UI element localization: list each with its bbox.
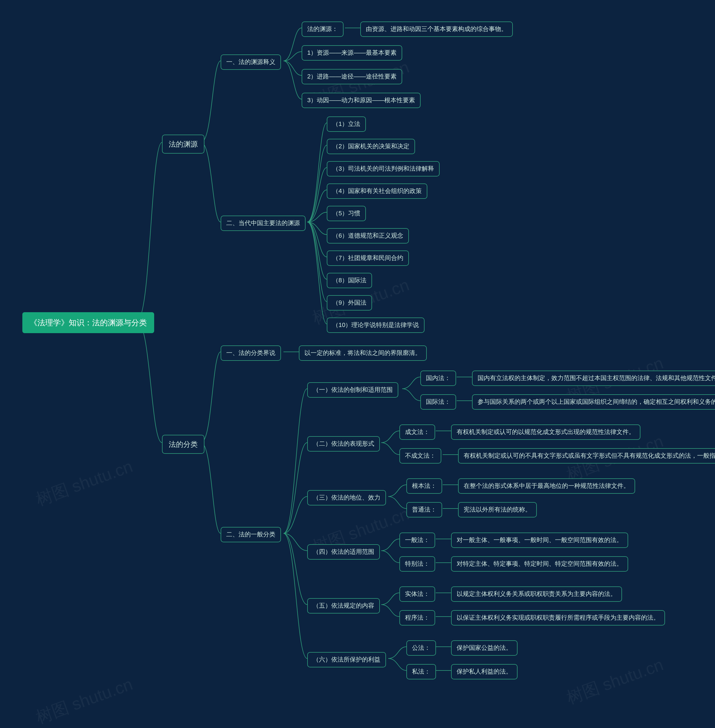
node-b1-1[interactable]: 一、法的渊源释义 (221, 54, 281, 70)
node-b2-2-6ad[interactable]: 保护国家公益的法。 (451, 640, 517, 656)
node-b1-2-7[interactable]: （7）社团规章和民间合约 (327, 250, 409, 266)
node-b1-1-1d[interactable]: 由资源、进路和动因三个基本要素构成的综合事物。 (360, 21, 513, 37)
node-b2-2-3a[interactable]: 根本法： (406, 478, 442, 494)
node-b2-2-5a[interactable]: 实体法： (400, 586, 435, 602)
node-b1-2-10[interactable]: （10）理论学说特别是法律学说 (327, 318, 424, 333)
watermark: 树图 shutu.cn (33, 455, 136, 511)
node-b2-2-1[interactable]: （一）依法的创制和适用范围 (307, 382, 398, 398)
node-b2-2-4b[interactable]: 特别法： (400, 556, 435, 571)
node-b1-2-5[interactable]: （5）习惯 (327, 206, 366, 221)
watermark: 树图 shutu.cn (33, 673, 136, 728)
node-b1-2-2[interactable]: （2）国家机关的决策和决定 (327, 139, 415, 154)
node-b2-2-6bd[interactable]: 保护私人利益的法。 (451, 664, 517, 680)
node-b2-2-2[interactable]: （二）依法的表现形式 (307, 436, 380, 452)
watermark: 树图 shutu.cn (563, 653, 667, 709)
node-b2-2-1b[interactable]: 国际法： (420, 394, 456, 410)
node-b2-2-4a[interactable]: 一般法： (400, 532, 435, 548)
node-b1-2-4[interactable]: （4）国家和有关社会组织的政策 (327, 184, 427, 199)
node-b2-2-4ad[interactable]: 对一般主体、一般事项、一般时间、一般空间范围有效的法。 (451, 532, 628, 548)
node-b1-2[interactable]: 二、当代中国主要法的渊源 (221, 216, 306, 231)
node-b2-2-4bd[interactable]: 对特定主体、特定事项、特定时间、特定空间范围有效的法。 (451, 556, 628, 571)
node-sources[interactable]: 法的渊源 (162, 134, 204, 154)
node-b2-2-4[interactable]: （四）依法的适用范围 (307, 544, 380, 560)
node-b2-2-6b[interactable]: 私法： (406, 664, 436, 680)
node-b2-2-6[interactable]: （六）依法所保护的利益 (307, 652, 386, 668)
node-b2-2-3b[interactable]: 普通法： (406, 502, 442, 517)
mindmap-canvas: 树图 shutu.cn 树图 shutu.cn 树图 shutu.cn 树图 s… (0, 0, 715, 728)
node-b2-2-3ad[interactable]: 在整个法的形式体系中居于最高地位的一种规范性法律文件。 (458, 478, 635, 494)
node-b2-2-2ad[interactable]: 有权机关制定或认可的以规范化成文形式出现的规范性法律文件。 (451, 425, 640, 440)
node-b2-2-5ad[interactable]: 以规定主体权利义务关系或职权职责关系为主要内容的法。 (451, 586, 622, 602)
node-b2-2-5[interactable]: （五）依法规定的内容 (307, 598, 380, 613)
node-b1-2-8[interactable]: （8）国际法 (327, 273, 372, 288)
root-node[interactable]: 《法理学》知识：法的渊源与分类 (23, 312, 154, 333)
node-b2-2[interactable]: 二、法的一般分类 (221, 527, 281, 542)
node-b2-2-1a[interactable]: 国内法： (420, 371, 456, 386)
node-b1-2-6[interactable]: （6）道德规范和正义观念 (327, 228, 409, 244)
node-b1-1-1[interactable]: 法的渊源： (302, 21, 344, 37)
node-b2-2-2bd[interactable]: 有权机关制定或认可的不具有文字形式或虽有文字形式但不具有规范化成文形式的法，一般… (458, 448, 715, 464)
node-b1-2-9[interactable]: （9）外国法 (327, 295, 372, 310)
node-b2-2-2b[interactable]: 不成文法： (400, 448, 441, 464)
node-b1-1-2[interactable]: 1）资源——来源——最基本要素 (302, 45, 402, 60)
node-b1-1-3[interactable]: 2）进路——途径——途径性要素 (302, 69, 402, 84)
node-b2-2-6a[interactable]: 公法： (406, 640, 436, 656)
node-b2-1[interactable]: 一、法的分类界说 (221, 345, 281, 361)
node-classification[interactable]: 法的分类 (162, 435, 204, 454)
node-b2-2-2a[interactable]: 成文法： (400, 425, 435, 440)
node-b2-2-3[interactable]: （三）依法的地位、效力 (307, 490, 386, 505)
node-b2-2-1bd[interactable]: 参与国际关系的两个或两个以上国家或国际组织之间缔结的，确定相互之间权利和义务的法… (472, 394, 715, 410)
node-b2-1d[interactable]: 以一定的标准，将法和法之间的界限廓清。 (299, 345, 427, 361)
node-b1-2-3[interactable]: （3）司法机关的司法判例和法律解释 (327, 161, 440, 176)
node-b1-2-1[interactable]: （1）立法 (327, 116, 366, 132)
node-b2-2-5bd[interactable]: 以保证主体权利义务实现或职权职责履行所需程序或手段为主要内容的法。 (451, 610, 665, 626)
node-b2-2-5b[interactable]: 程序法： (400, 610, 435, 626)
node-b2-2-3bd[interactable]: 宪法以外所有法的统称。 (458, 502, 537, 517)
node-b2-2-1ad[interactable]: 国内有立法权的主体制定，效力范围不超过本国主权范围的法律、法规和其他规范性文件。 (472, 371, 715, 386)
node-b1-1-4[interactable]: 3）动因——动力和原因——根本性要素 (302, 93, 421, 108)
